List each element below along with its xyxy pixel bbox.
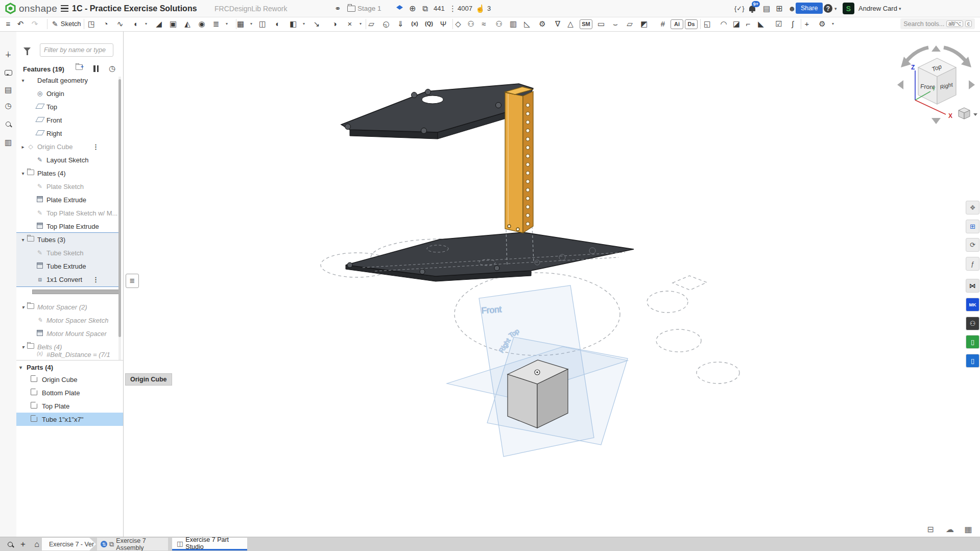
gusset-feature-icon[interactable]: ◺ <box>521 18 533 30</box>
thumbs-up-icon[interactable]: ☝ <box>475 0 485 17</box>
step-feature-icon[interactable]: ⌐ <box>742 18 754 30</box>
linear-pattern-icon[interactable]: ▦▾ <box>234 18 247 30</box>
dropdown-caret-icon[interactable]: ▾ <box>360 18 362 30</box>
cad-grid-panel-icon[interactable]: ⊞ <box>966 220 979 233</box>
undo-icon[interactable]: ↶ <box>14 18 27 30</box>
delete-face-icon[interactable]: ×▾ <box>344 18 356 30</box>
robot-panel-icon[interactable]: ⚇ <box>966 317 979 330</box>
sheet-metal-button[interactable]: SM <box>580 19 592 29</box>
help-caret-icon[interactable]: ▾ <box>834 0 837 17</box>
scrollbar-thumb[interactable] <box>118 79 121 337</box>
sm-bend-icon[interactable]: ⌣ <box>609 18 622 30</box>
dropdown-caret-icon[interactable]: ▾ <box>250 18 252 30</box>
feature-item-front[interactable]: Front <box>16 113 119 127</box>
main-menu-icon[interactable] <box>61 0 68 17</box>
comment-icon[interactable] <box>2 66 14 78</box>
tasks-checklist-icon[interactable]: ▤ <box>763 0 770 17</box>
featurescript-search-icon[interactable]: (Q) <box>423 18 435 30</box>
link-icon[interactable]: ⚭ <box>334 0 341 17</box>
mirror-icon[interactable]: ◫ <box>256 18 269 30</box>
new-tab-button[interactable]: + <box>16 538 30 550</box>
feature-item-belt-distance-7-1[interactable]: (x)#Belt_Distance = (7/1 <box>16 351 119 359</box>
chevron-down-icon[interactable]: ▾ <box>19 304 27 310</box>
feature-item-top-plate-extrude[interactable]: Top Plate Extrude <box>16 220 119 233</box>
filter-icon[interactable] <box>23 47 31 52</box>
feature-item-right[interactable]: Right <box>16 127 119 140</box>
chevron-right-icon[interactable]: ▸ <box>19 144 27 150</box>
split-icon[interactable]: ◧▾ <box>287 18 299 30</box>
apps-grid-icon[interactable]: ▦ <box>962 524 974 535</box>
routing-icon[interactable]: ∫ <box>786 18 799 30</box>
offset-surface-icon[interactable]: ◑ <box>328 18 341 30</box>
feature-item-plate-extrude[interactable]: Plate Extrude <box>16 193 119 206</box>
dropdown-caret-icon[interactable]: ▾ <box>226 18 228 30</box>
appearance-panel-icon[interactable]: ❖ <box>966 201 979 214</box>
filter-feature-icon[interactable]: ∇ <box>552 18 564 30</box>
minimized-dialog-button[interactable]: ≣ <box>126 274 139 288</box>
user-name[interactable]: Andrew Card <box>858 0 897 17</box>
public-globe-icon[interactable]: ⊕ <box>409 0 416 17</box>
feature-item-tube-sketch[interactable]: ✎Tube Sketch <box>16 246 119 259</box>
fold-icon[interactable]: ◱ <box>701 18 713 30</box>
rebuild-time-icon[interactable]: ◷ <box>109 64 115 73</box>
convert-panel-icon[interactable]: ⟳ <box>966 238 979 252</box>
tube-feature-icon[interactable]: ▥ <box>507 18 519 30</box>
finish-icon[interactable]: ◪ <box>730 18 743 30</box>
fillet-icon[interactable]: ◖▾ <box>129 18 141 30</box>
tube-part-selected[interactable] <box>505 87 533 233</box>
feature-item-top[interactable]: Top <box>16 100 119 113</box>
filter-input[interactable] <box>40 43 113 57</box>
tab-assembly[interactable]: ⇅ ⧉ Exercise 7 Assembly <box>97 538 168 550</box>
helix-icon[interactable]: ◵ <box>380 18 392 30</box>
support-icon[interactable]: ☻ <box>788 0 796 17</box>
thicken-icon[interactable]: ≣▾ <box>210 18 222 30</box>
origin-cube-part[interactable] <box>508 360 568 428</box>
cloud-icon[interactable]: ☁ <box>944 524 956 535</box>
custom-feature-settings-icon[interactable]: ⚙▾ <box>816 18 828 30</box>
feature-item-motor-spacer-sketch[interactable]: ✎Motor Spacer Sketch <box>16 314 119 327</box>
app-store-icon[interactable]: ⊞ <box>776 0 782 17</box>
tables-icon[interactable]: ▥ <box>2 136 14 149</box>
docs-blue-panel-icon[interactable]: ▯ <box>966 354 979 368</box>
help-icon[interactable]: ? <box>824 0 832 17</box>
gear-feature-icon[interactable]: ⚙ <box>536 18 548 30</box>
feature-item-motor-mount-spacer[interactable]: Motor Mount Spacer <box>16 327 119 340</box>
chevron-down-icon[interactable]: ▾ <box>19 365 27 370</box>
document-title[interactable]: 1C - Practice Exercise Solutions <box>72 0 197 17</box>
new-folder-icon[interactable]: + <box>76 64 86 71</box>
onshape-logo-icon[interactable] <box>5 0 16 17</box>
chevron-down-icon[interactable]: ▾ <box>19 344 27 350</box>
chevron-down-icon[interactable]: ▾ <box>19 237 27 243</box>
belt-feature-icon[interactable]: ≈ <box>477 18 490 30</box>
dropdown-caret-icon[interactable]: ▾ <box>303 18 305 30</box>
feature-menu-dots-icon[interactable]: ⋮ <box>92 143 99 151</box>
feature-item-1x1-convert[interactable]: ⧈1x1 Convert⋮ <box>16 273 119 286</box>
move-face-icon[interactable]: ↘ <box>310 18 323 30</box>
feature-item-plates-4[interactable]: ▾Plates (4) <box>16 166 119 180</box>
ai-feature-button[interactable]: Ai <box>671 19 683 29</box>
sm-flatten-icon[interactable]: ▭ <box>595 18 607 30</box>
dropdown-caret-icon[interactable]: ▾ <box>145 18 147 30</box>
sm-corner-icon[interactable]: ◩ <box>638 18 650 30</box>
plane-icon[interactable]: ▱ <box>365 18 377 30</box>
measure-feature-icon[interactable]: △ <box>564 18 577 30</box>
feature-item-top-plate-sketch-w-m[interactable]: ✎Top Plate Sketch w/ M... <box>16 206 119 220</box>
part-item-bottom-plate[interactable]: Bottom Plate <box>16 386 123 399</box>
bridging-curve-icon[interactable]: ◠ <box>718 18 730 30</box>
followers-icon[interactable]: ⋮ <box>449 0 457 17</box>
mkcad-panel-icon[interactable]: MK <box>966 298 979 312</box>
feature-item-origin-cube[interactable]: ▸◇Origin Cube⋮ <box>16 140 119 153</box>
tab-part-studio[interactable]: ◫ Exercise 7 Part Studio <box>172 538 247 550</box>
part-item-origin-cube[interactable]: Origin Cube <box>16 373 123 386</box>
avatar[interactable]: S <box>843 0 854 17</box>
robot-feature-a-icon[interactable]: ⚇ <box>465 18 477 30</box>
sm-tab-icon[interactable]: ▱ <box>624 18 636 30</box>
notes-icon[interactable]: ▤ <box>2 84 14 96</box>
parts-header[interactable]: ▾ Parts (4) <box>16 360 123 374</box>
insert-icon[interactable]: ∔ <box>2 49 14 61</box>
feature-item-motor-spacer-2[interactable]: ▾Motor Spacer (2) <box>16 300 119 314</box>
screenshot-icon[interactable] <box>5 539 15 548</box>
feature-menu-dots-icon[interactable]: ⋮ <box>92 276 99 283</box>
part-item-tube-1-x1-x7[interactable]: Tube 1"x1"x7" <box>16 413 123 426</box>
rollback-bar[interactable] <box>32 290 121 294</box>
